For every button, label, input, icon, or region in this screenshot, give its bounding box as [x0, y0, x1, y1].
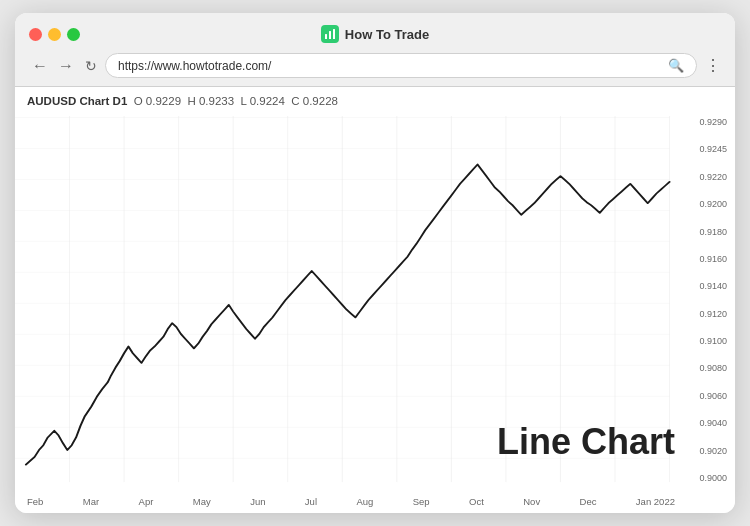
site-logo-icon	[321, 25, 339, 43]
y-label: 0.9000	[699, 473, 727, 483]
chart-open: O 0.9229	[134, 95, 181, 107]
svg-rect-1	[329, 31, 331, 39]
chart-high: H 0.9233	[187, 95, 234, 107]
window-controls	[29, 28, 80, 41]
browser-title: How To Trade	[321, 25, 429, 43]
x-label-aug: Aug	[356, 496, 373, 507]
svg-rect-0	[325, 34, 327, 39]
site-title: How To Trade	[345, 27, 429, 42]
x-label-apr: Apr	[139, 496, 154, 507]
x-label-jun: Jun	[250, 496, 265, 507]
svg-rect-2	[333, 29, 335, 39]
menu-button[interactable]: ⋮	[705, 56, 721, 75]
y-label: 0.9020	[699, 446, 727, 456]
x-label-mar: Mar	[83, 496, 99, 507]
y-label: 0.9245	[699, 144, 727, 154]
y-axis: 0.9290 0.9245 0.9220 0.9200 0.9180 0.916…	[699, 117, 727, 483]
nav-bar: ← → ↻ https://www.howtotrade.com/ 🔍 ⋮	[29, 53, 721, 86]
title-bar: How To Trade ← → ↻ https://www.howtotrad…	[15, 13, 735, 87]
close-button[interactable]	[29, 28, 42, 41]
maximize-button[interactable]	[67, 28, 80, 41]
back-button[interactable]: ←	[29, 56, 51, 76]
chart-header: AUDUSD Chart D1 O 0.9229 H 0.9233 L 0.92…	[27, 95, 338, 107]
y-label: 0.9180	[699, 227, 727, 237]
y-label: 0.9120	[699, 309, 727, 319]
search-icon: 🔍	[668, 58, 684, 73]
address-bar[interactable]: https://www.howtotrade.com/ 🔍	[105, 53, 697, 78]
chart-close: C 0.9228	[291, 95, 338, 107]
forward-button[interactable]: →	[55, 56, 77, 76]
x-label-dec: Dec	[580, 496, 597, 507]
y-label: 0.9100	[699, 336, 727, 346]
browser-window: How To Trade ← → ↻ https://www.howtotrad…	[15, 13, 735, 513]
minimize-button[interactable]	[48, 28, 61, 41]
x-label-oct: Oct	[469, 496, 484, 507]
x-label-nov: Nov	[523, 496, 540, 507]
url-text: https://www.howtotrade.com/	[118, 59, 271, 73]
y-label: 0.9140	[699, 281, 727, 291]
y-label: 0.9160	[699, 254, 727, 264]
y-label: 0.9220	[699, 172, 727, 182]
x-axis: Feb Mar Apr May Jun Jul Aug Sep Oct Nov …	[27, 496, 675, 507]
y-label: 0.9040	[699, 418, 727, 428]
x-label-jul: Jul	[305, 496, 317, 507]
chart-symbol: AUDUSD Chart D1	[27, 95, 127, 107]
y-label: 0.9200	[699, 199, 727, 209]
y-label: 0.9060	[699, 391, 727, 401]
nav-arrows: ← →	[29, 56, 77, 76]
refresh-button[interactable]: ↻	[85, 58, 97, 74]
x-label-sep: Sep	[413, 496, 430, 507]
chart-type-label: Line Chart	[497, 421, 675, 463]
x-label-feb: Feb	[27, 496, 43, 507]
y-label: 0.9290	[699, 117, 727, 127]
chart-container: AUDUSD Chart D1 O 0.9229 H 0.9233 L 0.92…	[15, 87, 735, 513]
chart-low: L 0.9224	[241, 95, 285, 107]
x-label-may: May	[193, 496, 211, 507]
x-label-jan2022: Jan 2022	[636, 496, 675, 507]
y-label: 0.9080	[699, 363, 727, 373]
